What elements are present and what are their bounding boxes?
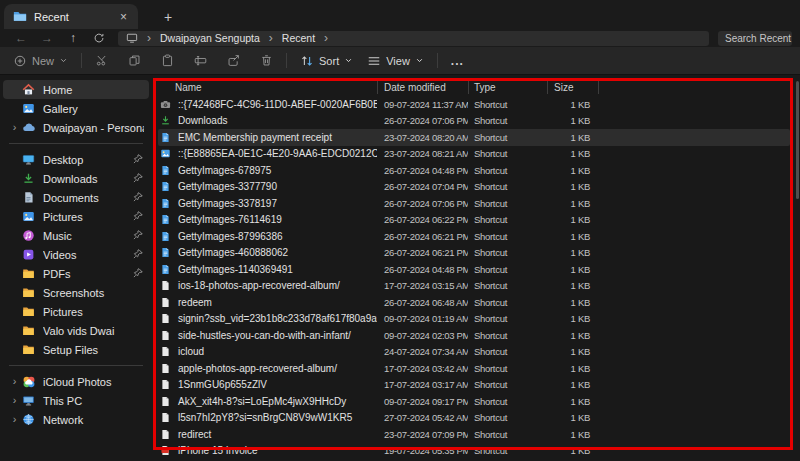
new-button[interactable]: New	[6, 50, 75, 72]
file-name: Downloads	[174, 115, 377, 126]
sidebar-item-pictures[interactable]: Pictures	[3, 207, 149, 226]
file-size: 1 KB	[547, 445, 598, 456]
chevron-right-icon[interactable]: ›	[8, 122, 21, 133]
search-input[interactable]: Search Recent	[718, 31, 792, 46]
table-row[interactable]: ::{E88865EA-0E1C-4E20-9AA6-EDCD0212C87C}…	[158, 146, 790, 163]
sidebar-item-home[interactable]: Home	[3, 80, 149, 99]
file-type: Shortcut	[468, 429, 547, 440]
table-row[interactable]: l5sn7hI2pY8?si=snBrgCN8V9wW1KR527-07-202…	[158, 410, 790, 427]
table-row[interactable]: iPhone 15 Invoice19-07-2024 05:35 PMShor…	[158, 443, 790, 460]
column-divider[interactable]	[598, 81, 599, 94]
sidebar-item-valo-vids-dwai[interactable]: Valo vids Dwai	[3, 321, 149, 340]
chevron-right-icon[interactable]: ›	[8, 376, 21, 387]
chevron-right-icon: ›	[147, 32, 151, 44]
sort-icon	[300, 54, 314, 68]
column-header-type[interactable]: Type	[468, 82, 547, 93]
sidebar-item-videos[interactable]: Videos	[3, 245, 149, 264]
doc-white-icon	[160, 379, 174, 390]
table-row[interactable]: redeem26-07-2024 06:48 AMShortcut1 KB	[158, 294, 790, 311]
date-modified: 09-07-2024 02:03 PM	[377, 330, 468, 341]
view-button[interactable]: View	[360, 50, 431, 72]
sidebar-item-network[interactable]: ›Network	[3, 410, 149, 429]
date-modified: 26-07-2024 04:48 PM	[377, 165, 468, 176]
tab-close-icon[interactable]: ×	[117, 10, 130, 24]
file-size: 1 KB	[547, 396, 598, 407]
scrollbar[interactable]	[796, 81, 799, 199]
column-divider[interactable]	[547, 81, 548, 94]
column-header-size[interactable]: Size	[547, 82, 598, 93]
tab-recent[interactable]: Recent ×	[4, 4, 138, 29]
breadcrumb-item-recent[interactable]: Recent	[282, 32, 315, 44]
view-icon	[367, 54, 381, 68]
sort-button[interactable]: Sort	[293, 50, 360, 72]
column-header-date-modified[interactable]: Date modified	[377, 82, 468, 93]
column-divider[interactable]	[468, 81, 469, 94]
back-button[interactable]: ←	[8, 32, 34, 44]
date-modified: 23-07-2024 07:09 PM	[377, 429, 468, 440]
refresh-button[interactable]	[86, 32, 112, 45]
table-row[interactable]: GettyImages-337819726-07-2024 07:06 PMSh…	[158, 195, 790, 212]
file-size: 1 KB	[547, 247, 598, 258]
chevron-right-icon[interactable]: ›	[324, 32, 328, 44]
delete-button[interactable]	[253, 50, 280, 72]
paste-button[interactable]	[154, 50, 181, 72]
table-row[interactable]: EMC Membership payment receipt23-07-2024…	[158, 129, 790, 146]
breadcrumb-item-user[interactable]: Dwaipayan Sengupta	[160, 32, 260, 44]
table-row[interactable]: GettyImages-67897526-07-2024 04:48 PMSho…	[158, 162, 790, 179]
rename-button[interactable]	[187, 50, 214, 72]
share-button[interactable]	[220, 50, 247, 72]
date-modified: 26-07-2024 06:22 PM	[377, 214, 468, 225]
sidebar-item-documents[interactable]: Documents	[3, 188, 149, 207]
sidebar-item-this-pc[interactable]: ›This PC	[3, 391, 149, 410]
table-row[interactable]: GettyImages-8799638626-07-2024 06:21 PMS…	[158, 228, 790, 245]
table-row[interactable]: 1SnmGU6p655zZlV17-07-2024 03:17 AMShortc…	[158, 377, 790, 394]
table-row[interactable]: signin?ssb_vid=23b1b8c233d78af617f80a9a5…	[158, 311, 790, 328]
file-size: 1 KB	[547, 346, 598, 357]
doc-white-icon	[160, 429, 174, 440]
sidebar-item-pdfs[interactable]: PDFs	[3, 264, 149, 283]
sidebar-item-screenshots[interactable]: Screenshots	[3, 283, 149, 302]
table-row[interactable]: ::{742468FC-4C96-11D0-ABEF-0020AF6B0B7A}…	[158, 96, 790, 113]
table-row[interactable]: AkX_xit4h-8?si=LoEpMc4jwX9HHcDy09-07-202…	[158, 393, 790, 410]
table-row[interactable]: icloud24-07-2024 07:34 AMShortcut1 KB	[158, 344, 790, 361]
file-name: apple-photos-app-recovered-album/	[174, 363, 377, 374]
sidebar-item-gallery[interactable]: Gallery	[3, 99, 149, 118]
table-row[interactable]: apple-photos-app-recovered-album/17-07-2…	[158, 360, 790, 377]
search-placeholder: Search Recent	[725, 33, 791, 44]
sidebar-item-icloud-photos[interactable]: ›iCloud Photos	[3, 372, 149, 391]
table-row[interactable]: GettyImages-337779026-07-2024 07:04 PMSh…	[158, 179, 790, 196]
table-row[interactable]: redirect23-07-2024 07:09 PMShortcut1 KB	[158, 426, 790, 443]
table-row[interactable]: GettyImages-46088806226-07-2024 06:21 PM…	[158, 245, 790, 262]
table-row[interactable]: Downloads26-07-2024 07:06 PMShortcut1 KB	[158, 113, 790, 130]
navigation-bar: ← → ↑ › Dwaipayan Sengupta › Recent › Se…	[0, 29, 800, 47]
chevron-right-icon[interactable]: ›	[269, 32, 273, 44]
up-button[interactable]: ↑	[60, 32, 86, 44]
doc-white-icon	[160, 412, 174, 423]
chevron-right-icon[interactable]: ›	[8, 414, 21, 425]
sidebar-item-pictures[interactable]: Pictures	[3, 302, 149, 321]
column-header-name[interactable]: Name	[158, 82, 377, 93]
sidebar-item-setup-files[interactable]: Setup Files	[3, 340, 149, 359]
sort-label: Sort	[319, 55, 339, 67]
copy-button[interactable]	[121, 50, 148, 72]
folder-icon	[21, 323, 36, 338]
table-row[interactable]: GettyImages-114036949126-07-2024 04:48 P…	[158, 261, 790, 278]
file-name: 1SnmGU6p655zZlV	[174, 379, 377, 390]
sidebar-item-dwaipayan-personal[interactable]: ›Dwaipayan - Personal	[3, 118, 149, 137]
new-tab-button[interactable]: +	[158, 9, 178, 29]
table-row[interactable]: GettyImages-7611461926-07-2024 06:22 PMS…	[158, 212, 790, 229]
sidebar-item-desktop[interactable]: Desktop	[3, 150, 149, 169]
sidebar-item-downloads[interactable]: Downloads	[3, 169, 149, 188]
table-row[interactable]: side-hustles-you-can-do-with-an-infant/0…	[158, 327, 790, 344]
file-type: Shortcut	[468, 132, 547, 143]
file-name: GettyImages-1140369491	[174, 264, 377, 275]
see-more-button[interactable]: ...	[444, 50, 471, 72]
chevron-right-icon[interactable]: ›	[8, 395, 21, 406]
window-body: HomeGallery›Dwaipayan - PersonalDesktopD…	[0, 75, 800, 460]
forward-button[interactable]: →	[34, 32, 60, 44]
sidebar-item-music[interactable]: Music	[3, 226, 149, 245]
table-row[interactable]: ios-18-photos-app-recovered-album/17-07-…	[158, 278, 790, 295]
command-bar: New Sort View ...	[0, 47, 800, 75]
cut-button[interactable]	[88, 50, 115, 72]
column-divider[interactable]	[377, 81, 378, 94]
